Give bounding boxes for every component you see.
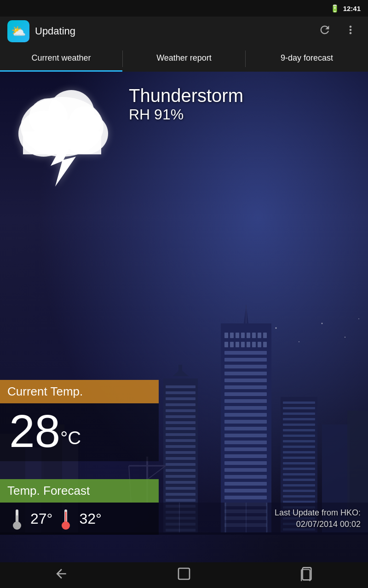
app-logo: ⛅ xyxy=(7,20,29,42)
svg-rect-72 xyxy=(166,487,196,490)
svg-rect-133 xyxy=(178,568,190,579)
svg-rect-46 xyxy=(224,489,267,492)
svg-rect-132 xyxy=(65,512,67,525)
svg-rect-66 xyxy=(166,451,196,454)
forecast-section: Temp. Forecast 27° 32° xyxy=(0,479,159,535)
weather-humidity: RH 91% xyxy=(129,106,243,123)
svg-rect-42 xyxy=(224,461,267,465)
svg-rect-20 xyxy=(236,342,239,347)
svg-rect-96 xyxy=(283,473,315,475)
svg-rect-68 xyxy=(166,463,196,466)
svg-rect-28 xyxy=(224,365,267,368)
svg-rect-26 xyxy=(224,351,267,355)
svg-rect-98 xyxy=(283,484,315,486)
home-button[interactable] xyxy=(177,566,191,584)
forecast-values: 27° 32° xyxy=(0,503,159,535)
svg-rect-14 xyxy=(247,333,250,338)
svg-rect-92 xyxy=(283,451,315,453)
svg-point-1 xyxy=(299,341,299,342)
svg-rect-71 xyxy=(166,481,196,484)
svg-rect-81 xyxy=(178,365,182,376)
svg-rect-25 xyxy=(263,342,267,347)
svg-rect-67 xyxy=(166,457,196,460)
svg-rect-97 xyxy=(283,479,315,481)
svg-rect-17 xyxy=(263,333,267,338)
svg-rect-95 xyxy=(283,468,315,470)
status-bar: 🔋 12:41 xyxy=(0,0,368,17)
temp-unit: °C xyxy=(60,428,81,448)
recents-button[interactable] xyxy=(299,566,314,584)
tab-weather-report[interactable]: Weather report xyxy=(123,46,245,72)
last-update-label: Last Update from HKO: xyxy=(275,507,361,519)
svg-rect-86 xyxy=(283,418,315,420)
refresh-button[interactable] xyxy=(315,20,335,43)
svg-rect-19 xyxy=(230,342,234,347)
svg-rect-36 xyxy=(224,420,267,424)
svg-rect-13 xyxy=(241,333,245,338)
app-logo-icon: ⛅ xyxy=(11,24,26,39)
weather-icon-area xyxy=(9,81,115,193)
app-title: Updating xyxy=(35,25,309,37)
temp-value-area: 28°C xyxy=(0,403,159,461)
svg-rect-58 xyxy=(166,403,196,406)
tab-bar: Current weather Weather report 9-day for… xyxy=(0,46,368,72)
svg-rect-89 xyxy=(283,435,315,437)
svg-rect-47 xyxy=(224,496,267,499)
svg-rect-88 xyxy=(283,429,315,431)
svg-line-116 xyxy=(147,466,166,480)
svg-rect-27 xyxy=(224,358,267,362)
svg-point-4 xyxy=(358,318,359,319)
svg-rect-21 xyxy=(241,342,245,347)
svg-rect-37 xyxy=(224,427,267,430)
svg-rect-70 xyxy=(166,475,196,478)
svg-rect-12 xyxy=(236,333,239,338)
forecast-low-temp: 27° xyxy=(30,510,52,527)
battery-icon: 🔋 xyxy=(330,4,339,13)
forecast-label: Temp. Forecast xyxy=(0,479,159,503)
svg-rect-99 xyxy=(283,490,315,492)
svg-rect-29 xyxy=(224,372,267,375)
bottom-nav xyxy=(0,562,368,588)
svg-rect-32 xyxy=(224,392,267,396)
svg-rect-94 xyxy=(283,462,315,464)
svg-rect-24 xyxy=(258,342,261,347)
app-bar: ⛅ Updating xyxy=(0,17,368,46)
svg-rect-57 xyxy=(166,397,196,400)
svg-rect-87 xyxy=(283,424,315,426)
current-temp-label: Current Temp. xyxy=(0,380,159,403)
svg-rect-40 xyxy=(224,447,267,451)
last-update-date: 02/07/2014 00:02 xyxy=(275,519,361,530)
svg-rect-129 xyxy=(17,515,18,525)
svg-rect-84 xyxy=(283,407,315,409)
tab-current-weather[interactable]: Current weather xyxy=(0,46,122,72)
svg-rect-18 xyxy=(224,342,228,347)
svg-point-3 xyxy=(345,337,345,338)
thermometer-low-icon xyxy=(9,507,25,530)
svg-rect-93 xyxy=(283,457,315,459)
thunderstorm-icon xyxy=(9,81,115,191)
forecast-high-temp: 32° xyxy=(79,510,101,527)
svg-rect-85 xyxy=(283,413,315,415)
back-button[interactable] xyxy=(54,566,69,584)
svg-rect-74 xyxy=(166,499,196,502)
svg-rect-11 xyxy=(230,333,234,338)
svg-rect-63 xyxy=(166,433,196,436)
svg-rect-45 xyxy=(224,482,267,486)
svg-rect-59 xyxy=(166,409,196,412)
svg-point-2 xyxy=(322,323,323,324)
svg-rect-73 xyxy=(166,493,196,496)
svg-rect-65 xyxy=(166,445,196,448)
svg-rect-23 xyxy=(252,342,256,347)
svg-rect-22 xyxy=(247,342,250,347)
svg-rect-16 xyxy=(258,333,261,338)
thermometer-high-icon xyxy=(58,507,74,530)
svg-rect-90 xyxy=(283,440,315,442)
status-time: 12:41 xyxy=(343,5,361,12)
svg-rect-69 xyxy=(166,469,196,472)
svg-rect-55 xyxy=(166,385,196,388)
weather-description: Thunderstorm RH 91% xyxy=(129,85,243,123)
svg-rect-10 xyxy=(224,333,228,338)
more-menu-button[interactable] xyxy=(340,20,361,43)
svg-rect-39 xyxy=(224,441,267,444)
tab-9-day-forecast[interactable]: 9-day forecast xyxy=(246,46,368,72)
